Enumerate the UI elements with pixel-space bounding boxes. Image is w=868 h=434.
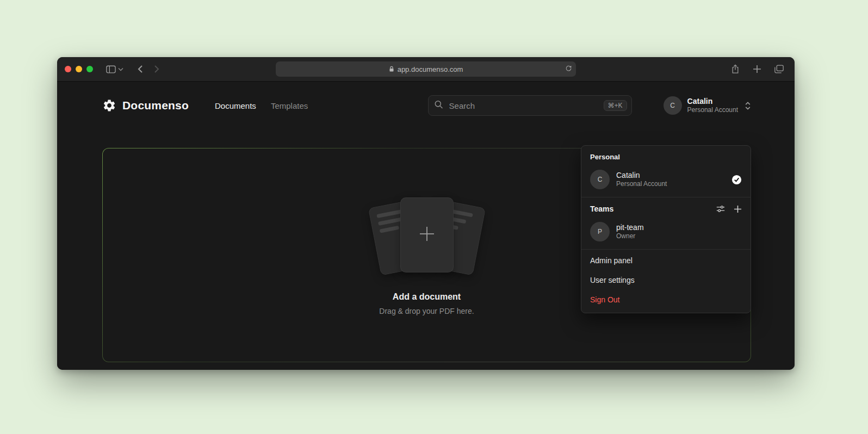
titlebar-right-buttons	[727, 62, 787, 76]
zoom-window-button[interactable]	[86, 66, 93, 72]
new-tab-button[interactable]	[749, 62, 765, 76]
team-preferences-button[interactable]	[716, 204, 725, 213]
back-button[interactable]	[132, 62, 148, 76]
add-team-button[interactable]	[734, 205, 742, 213]
search-box: ⌘+K	[428, 95, 632, 116]
plus-icon	[753, 65, 761, 73]
sidebar-icon	[106, 65, 116, 73]
personal-subtitle: Personal Account	[616, 180, 725, 189]
documenso-logo-icon	[102, 98, 116, 113]
menu-item-sign-out[interactable]: Sign Out	[581, 290, 751, 309]
close-window-button[interactable]	[65, 66, 71, 72]
team-avatar: P	[590, 222, 610, 241]
traffic-lights	[65, 66, 93, 72]
menu-heading-teams: Teams	[590, 204, 613, 213]
dropzone-subtitle: Drag & drop your PDF here.	[379, 307, 474, 315]
account-texts: Catalin Personal Account	[687, 97, 738, 115]
nav-documents[interactable]: Documents	[215, 101, 256, 110]
url-text: app.documenso.com	[398, 65, 463, 73]
search-icon	[434, 100, 443, 111]
dropzone-title: Add a document	[393, 292, 461, 302]
search-input[interactable]	[428, 95, 632, 116]
account-name: Catalin	[687, 97, 738, 107]
menu-item-personal-account[interactable]: C Catalin Personal Account	[581, 165, 751, 196]
documenso-page: Documenso Documents Templates ⌘+K C Cata…	[57, 82, 795, 370]
menu-item-team[interactable]: P pit-team Owner	[581, 218, 751, 248]
tab-overview-button[interactable]	[771, 62, 787, 76]
share-icon	[731, 64, 740, 74]
sidebar-menu-chevron[interactable]	[117, 62, 125, 76]
teams-header: Teams	[581, 199, 751, 218]
menu-divider	[581, 249, 751, 250]
account-type: Personal Account	[687, 106, 738, 114]
teams-actions	[716, 204, 742, 213]
personal-avatar: C	[590, 170, 610, 189]
search-shortcut-badge: ⌘+K	[604, 100, 627, 111]
document-card-center	[400, 197, 454, 272]
team-texts: pit-team Owner	[616, 222, 742, 241]
add-plus-icon	[418, 225, 436, 245]
forward-button[interactable]	[148, 62, 165, 76]
main-nav: Documents Templates	[215, 101, 308, 110]
menu-item-admin-panel[interactable]: Admin panel	[581, 251, 751, 270]
chevron-down-icon	[118, 67, 123, 71]
tabs-icon	[774, 65, 784, 73]
nav-templates[interactable]: Templates	[271, 101, 308, 110]
minimize-window-button[interactable]	[76, 66, 82, 72]
account-menu-trigger[interactable]: C Catalin Personal Account	[664, 96, 751, 115]
browser-titlebar: app.documenso.com	[57, 57, 795, 82]
chevron-right-icon	[154, 65, 159, 73]
menu-item-user-settings[interactable]: User settings	[581, 270, 751, 290]
brand-name: Documenso	[122, 99, 189, 112]
reload-button[interactable]	[565, 65, 572, 73]
team-role: Owner	[616, 232, 742, 241]
menu-heading-personal: Personal	[581, 146, 751, 165]
lock-icon	[389, 66, 394, 72]
browser-window: app.documenso.com	[57, 57, 795, 370]
chevron-left-icon	[138, 65, 143, 73]
team-name: pit-team	[616, 222, 742, 232]
document-cards-illustration	[364, 195, 489, 279]
user-menu: Personal C Catalin Personal Account Team…	[581, 145, 751, 313]
personal-name: Catalin	[616, 170, 725, 180]
chevron-up-down-icon	[745, 101, 751, 110]
menu-divider	[581, 197, 751, 197]
reload-icon	[565, 65, 572, 72]
app-header: Documenso Documents Templates ⌘+K C Cata…	[102, 82, 751, 129]
personal-texts: Catalin Personal Account	[616, 170, 725, 189]
share-button[interactable]	[727, 62, 743, 76]
account-avatar: C	[664, 96, 682, 115]
brand[interactable]: Documenso	[102, 98, 189, 113]
address-bar[interactable]: app.documenso.com	[276, 61, 576, 77]
selected-check-icon	[731, 175, 742, 185]
